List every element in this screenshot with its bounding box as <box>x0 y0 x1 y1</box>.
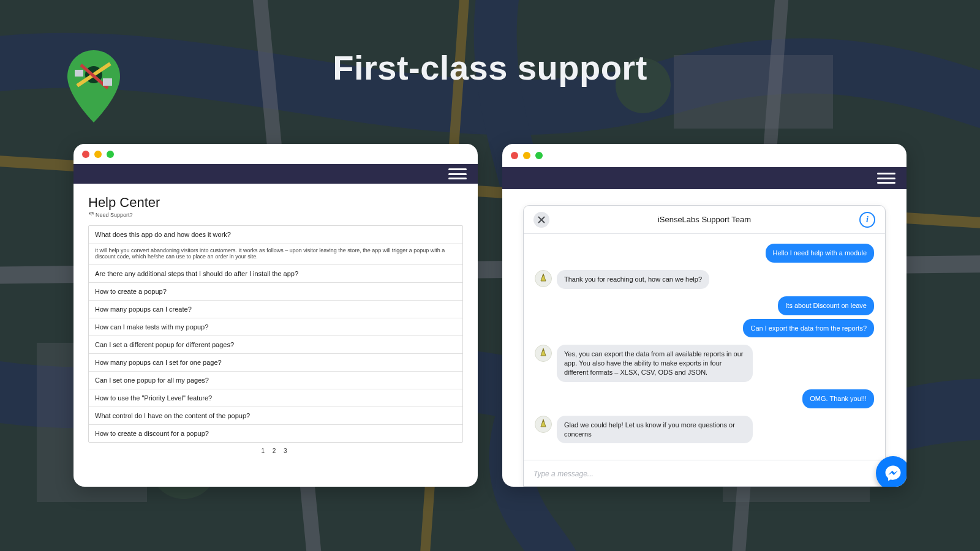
faq-item[interactable]: How to use the "Priority Level" feature? <box>89 389 462 407</box>
pagination: 1 2 3 <box>88 443 463 455</box>
close-dot[interactable] <box>82 151 89 158</box>
agent-message: Thank you for reaching out, how can we h… <box>557 270 709 289</box>
window-controls <box>74 144 478 164</box>
message-row: OMG. Thank you!!! <box>535 389 874 408</box>
faq-item[interactable]: Can I set a different popup for differen… <box>89 335 462 353</box>
external-link-icon <box>88 212 94 217</box>
message-row: Thank you for reaching out, how can we h… <box>535 270 874 289</box>
minimize-dot[interactable] <box>94 151 102 158</box>
window-controls <box>502 144 907 167</box>
svg-point-12 <box>543 420 545 422</box>
user-message: Can I export the data from the reports? <box>743 319 874 338</box>
svg-rect-8 <box>75 70 83 77</box>
faq-item[interactable]: How to create a popup? <box>89 282 462 300</box>
user-message: Its about Discount on leave <box>778 296 874 315</box>
page-title: First-class support <box>0 48 980 88</box>
agent-avatar <box>535 270 552 287</box>
message-row: Hello I need help with a module <box>535 244 874 263</box>
close-dot[interactable] <box>511 152 518 159</box>
faq-item[interactable]: How to create a discount for a popup? <box>89 424 462 442</box>
faq-item[interactable]: How many popups can I set for one page? <box>89 353 462 371</box>
chat-title: iSenseLabs Support Team <box>658 215 751 224</box>
close-icon <box>538 216 545 223</box>
map-pin-logo <box>67 50 120 125</box>
agent-message: Yes, you can export the data from all av… <box>557 345 753 382</box>
message-input[interactable] <box>533 470 875 478</box>
chat-input-area <box>524 460 885 486</box>
chat-window: iSenseLabs Support Team i Hello I need h… <box>502 144 907 487</box>
help-center-window: Help Center Need Support? What does this… <box>74 144 478 487</box>
message-row: Can I export the data from the reports? <box>535 319 874 338</box>
faq-item[interactable]: Are there any additional steps that I sh… <box>89 264 462 282</box>
help-center-heading: Help Center <box>88 195 463 211</box>
agent-avatar <box>535 345 552 362</box>
chat-panel: iSenseLabs Support Team i Hello I need h… <box>523 205 886 487</box>
faq-list: What does this app do and how does it wo… <box>88 225 463 443</box>
faq-item[interactable]: How many popups can I create? <box>89 300 462 318</box>
page-link[interactable]: 3 <box>284 448 290 454</box>
page-link[interactable]: 2 <box>273 448 279 454</box>
message-row: Yes, you can export the data from all av… <box>535 345 874 382</box>
zoom-dot[interactable] <box>535 152 543 159</box>
close-chat-button[interactable] <box>533 212 549 228</box>
messenger-fab[interactable] <box>876 456 907 487</box>
faq-item[interactable]: How can I make tests with my popup? <box>89 318 462 335</box>
messenger-icon <box>884 464 902 482</box>
app-navbar <box>74 164 478 184</box>
message-list: Hello I need help with a moduleThank you… <box>524 234 885 460</box>
faq-item[interactable]: Can I set one popup for all my pages? <box>89 371 462 389</box>
app-navbar <box>502 167 907 189</box>
info-button[interactable]: i <box>859 212 875 228</box>
faq-item[interactable]: What control do I have on the content of… <box>89 407 462 424</box>
info-icon: i <box>866 215 869 225</box>
menu-icon[interactable] <box>877 173 895 184</box>
menu-icon[interactable] <box>448 168 467 179</box>
svg-rect-9 <box>103 78 112 86</box>
agent-avatar <box>535 416 552 433</box>
zoom-dot[interactable] <box>107 151 114 158</box>
faq-answer: It will help you convert abandoning visi… <box>89 243 462 264</box>
svg-point-11 <box>543 350 545 351</box>
agent-message: Glad we could help! Let us know if you m… <box>557 416 753 444</box>
user-message: OMG. Thank you!!! <box>802 389 874 408</box>
page-link[interactable]: 1 <box>261 448 268 454</box>
user-message: Hello I need help with a module <box>766 244 874 263</box>
message-row: Its about Discount on leave <box>535 296 874 315</box>
svg-point-10 <box>543 275 545 277</box>
message-row: Glad we could help! Let us know if you m… <box>535 416 874 444</box>
need-support-link[interactable]: Need Support? <box>88 212 463 218</box>
faq-item[interactable]: What does this app do and how does it wo… <box>89 226 462 243</box>
minimize-dot[interactable] <box>523 152 530 159</box>
